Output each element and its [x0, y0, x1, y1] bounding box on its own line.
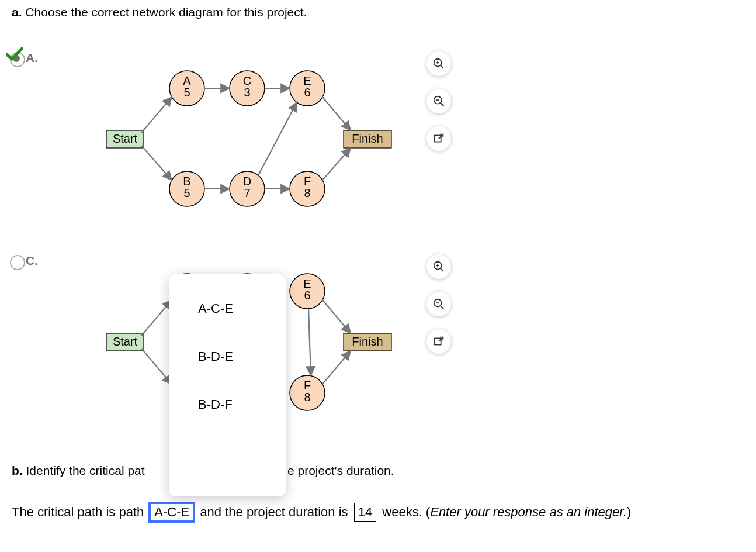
divider — [0, 543, 756, 543]
answer-text-2: and the project duration is — [200, 505, 348, 519]
zoom-out-button[interactable] — [426, 89, 451, 113]
option-c-label: C. — [26, 254, 38, 268]
svg-rect-36 — [435, 136, 441, 142]
popout-icon — [432, 132, 445, 145]
svg-text:A: A — [183, 74, 191, 87]
zoom-in-icon — [432, 260, 445, 273]
zoom-in-button[interactable] — [426, 51, 451, 76]
option-a-label: A. — [26, 51, 38, 65]
svg-text:C: C — [243, 74, 251, 87]
critical-path-dropdown[interactable]: A-C-E B-D-E B-D-F — [169, 274, 286, 496]
svg-text:8: 8 — [304, 391, 310, 403]
svg-text:7: 7 — [244, 187, 250, 199]
duration-input[interactable]: 14 — [354, 503, 376, 522]
question-a-label: a. — [12, 5, 22, 19]
svg-line-21 — [141, 146, 172, 180]
question-a-text: Choose the correct network diagram for t… — [25, 5, 307, 19]
svg-text:6: 6 — [304, 86, 310, 99]
option-c-radio[interactable] — [10, 255, 25, 270]
svg-text:E: E — [303, 74, 311, 87]
svg-line-54 — [141, 349, 172, 384]
svg-line-57 — [322, 351, 351, 384]
svg-rect-65 — [435, 339, 441, 345]
answer-text-1: The critical path is path — [12, 505, 144, 519]
svg-text:6: 6 — [304, 289, 310, 302]
svg-text:Finish: Finish — [352, 335, 383, 348]
question-b-prefix: Identify the critical pat — [26, 464, 145, 477]
svg-text:8: 8 — [304, 187, 310, 199]
zoom-out-icon — [432, 298, 445, 310]
zoom-in-button[interactable] — [426, 254, 451, 279]
svg-line-55 — [308, 309, 311, 375]
svg-line-26 — [258, 102, 297, 175]
critical-path-select[interactable]: A-C-E — [148, 502, 195, 523]
dropdown-option[interactable]: B-D-E — [169, 333, 286, 381]
svg-text:B: B — [183, 175, 190, 188]
svg-line-27 — [322, 97, 351, 130]
svg-line-20 — [141, 97, 172, 133]
svg-text:F: F — [304, 379, 311, 392]
svg-text:D: D — [243, 175, 251, 188]
svg-line-56 — [322, 300, 351, 333]
svg-line-30 — [441, 65, 444, 69]
answer-text-3: weeks. ( — [382, 505, 430, 519]
svg-line-34 — [441, 103, 444, 106]
question-b-suffix: e project's duration. — [287, 464, 394, 478]
svg-text:Start: Start — [113, 335, 138, 348]
svg-line-28 — [322, 148, 351, 180]
svg-line-53 — [141, 300, 172, 336]
svg-line-59 — [441, 268, 444, 272]
answer-text-4: ) — [627, 505, 631, 519]
svg-text:5: 5 — [183, 187, 190, 199]
popout-icon — [432, 335, 445, 348]
svg-line-63 — [441, 306, 444, 309]
popout-button[interactable] — [426, 329, 451, 354]
diagram-start: Start — [113, 132, 138, 145]
dropdown-option[interactable]: A-C-E — [169, 285, 286, 333]
answer-hint: Enter your response as an integer. — [430, 505, 627, 519]
svg-text:F: F — [304, 175, 311, 188]
svg-text:5: 5 — [183, 86, 190, 99]
zoom-out-button[interactable] — [426, 292, 451, 316]
svg-text:3: 3 — [244, 86, 250, 99]
diagram-finish: Finish — [352, 132, 383, 145]
correct-check-icon — [6, 47, 23, 61]
question-b-label: b. — [12, 464, 23, 477]
zoom-out-icon — [432, 95, 445, 108]
svg-text:E: E — [303, 277, 311, 290]
zoom-in-icon — [432, 57, 445, 70]
popout-button[interactable] — [426, 126, 451, 151]
diagram-option-a: Start Finish A5 C3 E6 B5 D7 F8 — [99, 56, 462, 222]
dropdown-option[interactable]: B-D-F — [169, 381, 286, 429]
